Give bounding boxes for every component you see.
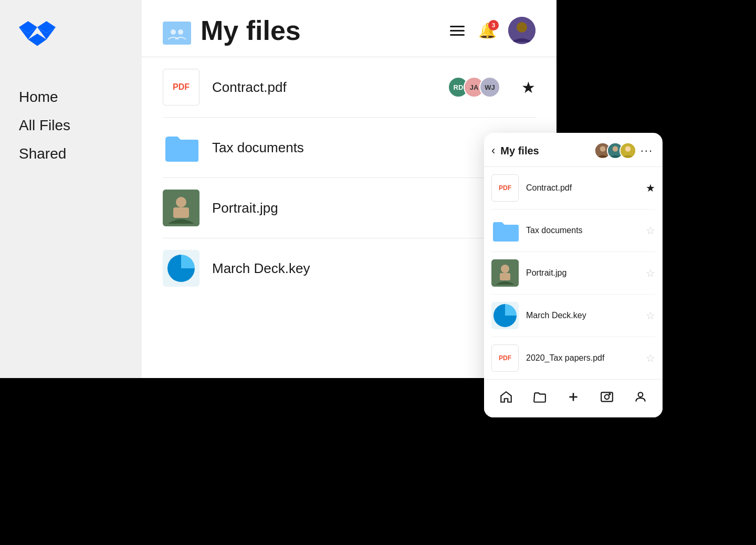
svg-point-23 <box>501 265 509 273</box>
panel-file-name-march-deck: March Deck.key <box>526 311 646 320</box>
file-thumb-portrait <box>163 190 200 226</box>
collaborator-avatar-wj: WJ <box>479 77 500 98</box>
svg-point-13 <box>176 197 186 207</box>
file-item-contract[interactable]: PDF Contract.pdf RD JA WJ ★ <box>163 57 536 118</box>
file-item-tax-documents[interactable]: Tax documents ☆ <box>163 118 536 178</box>
sidebar: Home All Files Shared <box>0 0 142 378</box>
panel-nav-home-button[interactable] <box>494 388 518 409</box>
panel-keynote-icon <box>491 302 519 329</box>
user-avatar-img <box>508 17 536 44</box>
panel-file-name-contract: Contract.pdf <box>526 183 646 193</box>
pdf-label: PDF <box>173 82 190 92</box>
panel-file-item-tax[interactable]: Tax documents ☆ <box>491 209 655 252</box>
dropbox-logo-icon <box>19 21 56 53</box>
panel-header: ‹ My files <box>484 133 663 167</box>
panel-file-list: PDF Contract.pdf ★ Tax documents ☆ <box>484 167 663 379</box>
panel-file-thumb-tax <box>491 217 519 244</box>
home-nav-icon <box>499 390 513 404</box>
hamburger-line-1 <box>450 26 465 27</box>
svg-rect-24 <box>500 273 510 280</box>
panel-star-button-portrait[interactable]: ☆ <box>646 267 655 279</box>
plus-nav-icon <box>566 390 580 404</box>
svg-rect-14 <box>173 207 189 218</box>
panel-file-item-portrait[interactable]: Portrait.jpg ☆ <box>491 252 655 295</box>
file-item-portrait[interactable]: Portrait.jpg ☆ <box>163 178 536 238</box>
panel-star-button-contract[interactable]: ★ <box>646 182 655 194</box>
logo <box>19 21 123 55</box>
svg-point-8 <box>171 29 176 35</box>
header-left: My files <box>163 15 301 46</box>
file-item-march-deck[interactable]: March Deck.key ☆ <box>163 238 536 298</box>
svg-marker-1 <box>37 21 56 33</box>
panel-header-avatars <box>594 142 636 159</box>
panel-avatar-3-img <box>621 143 635 158</box>
file-name-march-deck: March Deck.key <box>212 260 521 277</box>
panel-file-item-tax2[interactable]: PDF 2020_Tax papers.pdf ☆ <box>491 337 655 379</box>
file-name-contract: Contract.pdf <box>212 79 448 96</box>
svg-point-29 <box>605 395 610 400</box>
hamburger-line-3 <box>450 34 465 36</box>
panel-pdf-label: PDF <box>499 184 511 192</box>
svg-rect-28 <box>601 392 613 401</box>
main-nav: Home All Files Shared <box>19 86 123 171</box>
svg-point-31 <box>638 392 643 397</box>
panel-nav-photo-button[interactable] <box>595 388 619 409</box>
panel-nav-folder-button[interactable] <box>528 388 552 409</box>
svg-marker-0 <box>19 21 37 33</box>
panel-file-thumb-portrait <box>491 259 519 287</box>
panel-avatar-3 <box>620 142 636 159</box>
user-avatar[interactable] <box>508 17 536 44</box>
file-thumb-tax <box>163 129 200 166</box>
sidebar-item-all-files[interactable]: All Files <box>19 114 123 137</box>
notification-badge: 3 <box>488 20 499 30</box>
panel-nav-add-button[interactable] <box>561 388 585 409</box>
file-name-tax: Tax documents <box>212 140 521 156</box>
file-thumb-march-deck <box>163 250 200 287</box>
file-name-portrait: Portrait.jpg <box>212 200 521 216</box>
svg-point-11 <box>517 22 527 33</box>
shared-folder-icon <box>163 16 191 45</box>
person-nav-icon <box>634 390 647 404</box>
panel-file-name-tax: Tax documents <box>526 226 646 235</box>
svg-point-17 <box>600 146 605 152</box>
menu-button[interactable] <box>448 24 467 38</box>
panel-title: My files <box>500 145 594 157</box>
notification-button[interactable]: 🔔 3 <box>478 22 497 39</box>
star-button-contract[interactable]: ★ <box>521 78 536 97</box>
folder-icon <box>163 129 200 166</box>
panel-bottom-nav <box>484 379 663 417</box>
header-right: 🔔 3 <box>448 17 536 44</box>
svg-point-21 <box>625 146 631 152</box>
panel-nav-profile-button[interactable] <box>628 388 653 409</box>
panel-more-button[interactable]: ··· <box>640 144 653 158</box>
main-header: My files 🔔 3 <box>142 0 556 57</box>
panel-star-button-tax2[interactable]: ☆ <box>646 352 655 364</box>
panel-back-button[interactable]: ‹ <box>491 144 500 158</box>
panel-file-thumb-tax2: PDF <box>491 344 519 372</box>
panel-file-item-march-deck[interactable]: March Deck.key ☆ <box>491 295 655 337</box>
photo-nav-icon <box>600 390 614 404</box>
panel-file-name-tax2: 2020_Tax papers.pdf <box>526 353 646 363</box>
keynote-pie-icon <box>165 253 197 284</box>
svg-point-9 <box>178 29 183 35</box>
svg-point-19 <box>612 146 618 152</box>
sidebar-item-shared[interactable]: Shared <box>19 143 123 165</box>
panel-star-button-tax[interactable]: ☆ <box>646 224 655 237</box>
panel-pdf-label-2: PDF <box>499 354 511 362</box>
file-collaborators-contract: RD JA WJ <box>448 77 500 98</box>
panel-file-item-contract[interactable]: PDF Contract.pdf ★ <box>491 167 655 209</box>
svg-rect-7 <box>163 26 191 45</box>
panel-folder-icon <box>491 217 519 244</box>
svg-point-30 <box>609 394 610 395</box>
hamburger-line-2 <box>450 30 465 32</box>
panel-portrait-preview <box>491 259 519 287</box>
portrait-preview <box>163 190 200 226</box>
sidebar-item-home[interactable]: Home <box>19 86 123 108</box>
folder-nav-icon <box>533 390 547 404</box>
panel-file-thumb-march-deck <box>491 302 519 329</box>
black-area-right <box>556 0 756 137</box>
file-thumb-contract: PDF <box>163 69 200 106</box>
panel-star-button-march-deck[interactable]: ☆ <box>646 309 655 322</box>
panel-file-thumb-contract: PDF <box>491 174 519 202</box>
mobile-panel: ‹ My files <box>484 133 663 417</box>
